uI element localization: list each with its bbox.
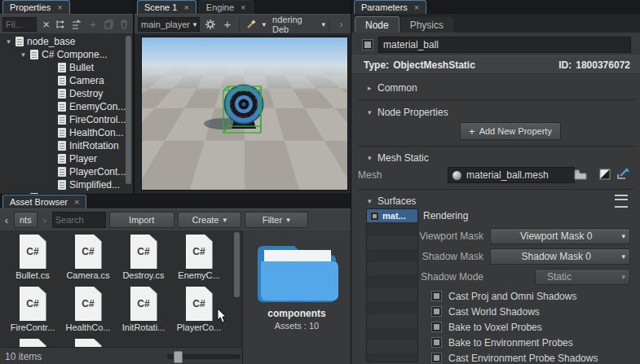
checkbox[interactable] xyxy=(431,353,442,363)
folder-browse-icon[interactable] xyxy=(574,168,587,181)
asset-item[interactable]: C# Destroy.cs xyxy=(117,235,170,285)
mesh-asset-field[interactable]: material_ball.mesh xyxy=(448,167,575,183)
add-node-icon[interactable]: + xyxy=(87,17,99,32)
asset-item[interactable]: C# FireContr... xyxy=(6,287,60,337)
filter-input[interactable] xyxy=(2,17,37,32)
folder-tile[interactable]: components Assets : 10 xyxy=(246,234,347,331)
close-icon[interactable]: × xyxy=(74,198,79,206)
shadow-option-row[interactable]: Bake to Voxel Probes xyxy=(431,321,542,333)
shadow-mode-dropdown[interactable]: Static ▾ xyxy=(535,269,630,285)
surface-checkbox[interactable] xyxy=(370,212,379,221)
asset-item[interactable]: C# xyxy=(6,339,60,347)
surface-item-selected[interactable]: mat... xyxy=(367,209,417,222)
tab-parameters[interactable]: Parameters × xyxy=(354,0,426,14)
checkbox-label: Cast Environment Probe Shadows xyxy=(448,353,598,364)
tab-properties[interactable]: Properties × xyxy=(2,0,70,14)
node-document-icon xyxy=(58,115,66,125)
asset-item[interactable]: C# InitRotati... xyxy=(117,287,170,337)
forward-icon[interactable]: › xyxy=(41,213,49,227)
editor-window: Properties × × + ▾ xyxy=(0,0,640,364)
section-surfaces[interactable]: ▾ Surfaces xyxy=(351,193,640,209)
asset-item[interactable] xyxy=(61,339,115,347)
shadow-option-row[interactable]: Cast Proj and Omni Shadows xyxy=(431,290,576,302)
shadow-option-row[interactable]: Cast World Shadows xyxy=(431,305,540,318)
tab-engine[interactable]: Engine × xyxy=(199,0,254,14)
shadow-mask-dropdown[interactable]: Shadow Mask 0 ▾ xyxy=(490,248,630,265)
expand-all-icon[interactable] xyxy=(55,17,68,32)
tree-scrollbar[interactable] xyxy=(126,36,131,184)
gear-icon[interactable] xyxy=(203,17,217,32)
asset-item[interactable]: C# Camera.cs xyxy=(61,235,115,285)
checkbox[interactable] xyxy=(431,337,442,348)
open-asset-icon[interactable] xyxy=(616,167,629,180)
tree-item[interactable]: ▾ node_base xyxy=(0,35,133,48)
back-icon[interactable]: ‹ xyxy=(2,213,11,227)
shadow-option-row[interactable]: Bake to Environment Probes xyxy=(431,336,573,349)
camera-selector[interactable]: main_player ▾ xyxy=(138,17,200,32)
clear-filter-icon[interactable]: × xyxy=(40,17,52,32)
tree-item[interactable]: EnemyCon... xyxy=(0,100,133,113)
section-node-properties[interactable]: ▾ Node Properties xyxy=(351,104,640,121)
search-input[interactable] xyxy=(52,212,106,228)
tab-scene-1[interactable]: Scene 1 × xyxy=(137,0,196,14)
section-common[interactable]: ▸ Common xyxy=(351,80,640,96)
expand-arrow-icon[interactable]: ▾ xyxy=(20,50,27,59)
slider-thumb[interactable] xyxy=(174,351,183,363)
tree-item[interactable]: FireControl... xyxy=(0,113,133,126)
tab-node[interactable]: Node xyxy=(355,16,399,33)
node-document-icon xyxy=(58,76,66,86)
tree-item[interactable]: HealthCon... xyxy=(0,126,133,139)
surfaces-menu-icon[interactable] xyxy=(615,195,628,208)
tree-item-label: C# Compone... xyxy=(42,49,108,60)
tab-label: Scene 1 xyxy=(144,2,177,12)
viewport-mask-dropdown[interactable]: Viewport Mask 0 ▾ xyxy=(490,228,630,244)
add-new-property-button[interactable]: + Add New Property xyxy=(460,122,561,140)
toolbar-overflow-icon[interactable]: › xyxy=(334,17,348,32)
asset-grid-scrollbar[interactable] xyxy=(234,232,240,297)
close-icon[interactable]: × xyxy=(57,3,62,11)
tree-item[interactable]: InitRotation xyxy=(0,139,133,152)
checkbox[interactable] xyxy=(431,291,442,301)
clone-node-icon[interactable] xyxy=(103,17,115,32)
thumbnail-size-slider[interactable] xyxy=(167,354,241,359)
tree-item[interactable]: Bullet xyxy=(0,61,133,74)
shadow-option-row[interactable]: Cast Environment Probe Shadows xyxy=(431,352,598,364)
separator xyxy=(358,99,634,100)
tree-item[interactable]: Player xyxy=(0,152,133,165)
chevron-down-icon[interactable]: ▾ xyxy=(263,20,267,29)
tree-item-label: FireControl... xyxy=(69,114,126,125)
breadcrumb[interactable]: nts xyxy=(14,212,38,228)
node-document-icon xyxy=(58,63,66,72)
scene-viewport[interactable] xyxy=(141,37,348,191)
filter-button[interactable]: Filter ▾ xyxy=(245,212,308,228)
checkbox[interactable] xyxy=(431,322,442,332)
tree-item[interactable]: Destroy xyxy=(0,87,133,100)
tab-asset-browser[interactable]: Asset Browser × xyxy=(2,195,86,208)
type-label: Type: xyxy=(364,59,389,71)
create-button[interactable]: Create ▾ xyxy=(178,212,241,228)
node-enabled-checkbox[interactable] xyxy=(362,39,373,50)
checkbox[interactable] xyxy=(431,306,442,317)
rendering-debug-dropdown[interactable]: ndering Deb ▾ xyxy=(272,15,325,34)
close-icon[interactable]: × xyxy=(183,3,188,11)
tree-item[interactable]: ▾ C# Compone... xyxy=(0,48,133,61)
delete-node-icon[interactable] xyxy=(118,17,130,32)
asset-item[interactable]: C# HealthCo... xyxy=(61,287,115,337)
runtime-toggle-icon[interactable] xyxy=(598,168,611,181)
wand-tool-icon[interactable] xyxy=(245,17,258,32)
section-mesh-static[interactable]: ▾ Mesh Static xyxy=(351,150,640,166)
node-name-input[interactable] xyxy=(378,37,631,53)
collapse-all-icon[interactable] xyxy=(71,17,83,32)
close-icon[interactable]: × xyxy=(241,3,245,11)
tree-item[interactable]: Simplified... xyxy=(0,178,133,191)
close-icon[interactable]: × xyxy=(414,3,419,11)
tree-item[interactable]: PlayerCont... xyxy=(0,165,133,178)
import-button[interactable]: Import xyxy=(109,212,174,228)
add-node-icon[interactable]: + xyxy=(220,17,234,32)
asset-item[interactable]: C# EnemyC... xyxy=(172,235,226,285)
expand-arrow-icon[interactable]: ▾ xyxy=(5,37,12,46)
asset-item[interactable]: C# Bullet.cs xyxy=(6,235,60,285)
tab-physics[interactable]: Physics xyxy=(399,16,454,33)
folder-name: components xyxy=(246,308,347,319)
tree-item[interactable]: Camera xyxy=(0,74,133,87)
